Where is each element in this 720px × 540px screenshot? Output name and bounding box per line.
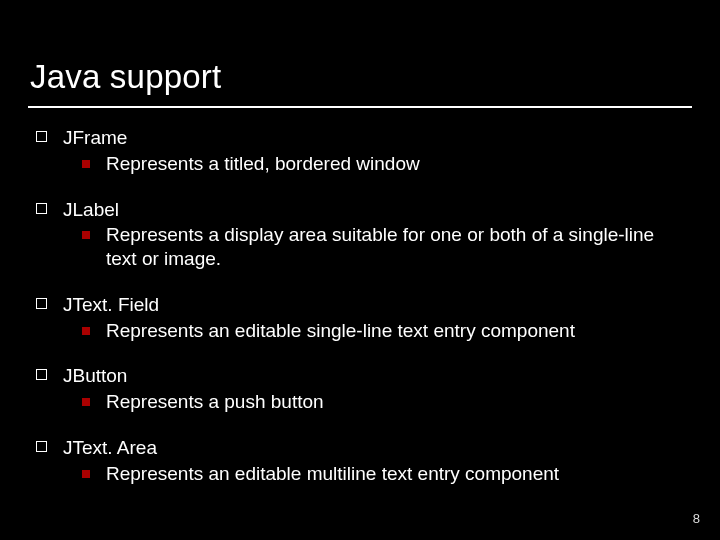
bullet-list: JFrame Represents a titled, bordered win…	[34, 126, 692, 485]
item-description: Represents a display area suitable for o…	[106, 223, 686, 271]
square-bullet-icon	[36, 203, 47, 214]
item-description: Represents an editable multiline text en…	[106, 462, 559, 486]
list-item: JButton Represents a push button	[34, 364, 692, 414]
item-description: Represents a push button	[106, 390, 324, 414]
slide: Java support JFrame Represents a titled,…	[0, 0, 720, 540]
list-item: JText. Area Represents an editable multi…	[34, 436, 692, 486]
list-item: JLabel Represents a display area suitabl…	[34, 198, 692, 271]
list-item: JFrame Represents a titled, bordered win…	[34, 126, 692, 176]
square-bullet-icon	[36, 369, 47, 380]
square-bullet-icon	[36, 441, 47, 452]
page-number: 8	[693, 511, 700, 526]
square-bullet-icon	[36, 298, 47, 309]
slide-title: Java support	[30, 58, 692, 96]
sub-bullet-icon	[82, 398, 90, 406]
item-description: Represents a titled, bordered window	[106, 152, 420, 176]
item-title: JLabel	[63, 198, 119, 222]
square-bullet-icon	[36, 131, 47, 142]
item-title: JFrame	[63, 126, 127, 150]
sub-bullet-icon	[82, 231, 90, 239]
item-title: JButton	[63, 364, 127, 388]
item-title: JText. Area	[63, 436, 157, 460]
list-item: JText. Field Represents an editable sing…	[34, 293, 692, 343]
item-title: JText. Field	[63, 293, 159, 317]
sub-bullet-icon	[82, 470, 90, 478]
sub-bullet-icon	[82, 160, 90, 168]
item-description: Represents an editable single-line text …	[106, 319, 575, 343]
title-underline	[28, 106, 692, 108]
sub-bullet-icon	[82, 327, 90, 335]
